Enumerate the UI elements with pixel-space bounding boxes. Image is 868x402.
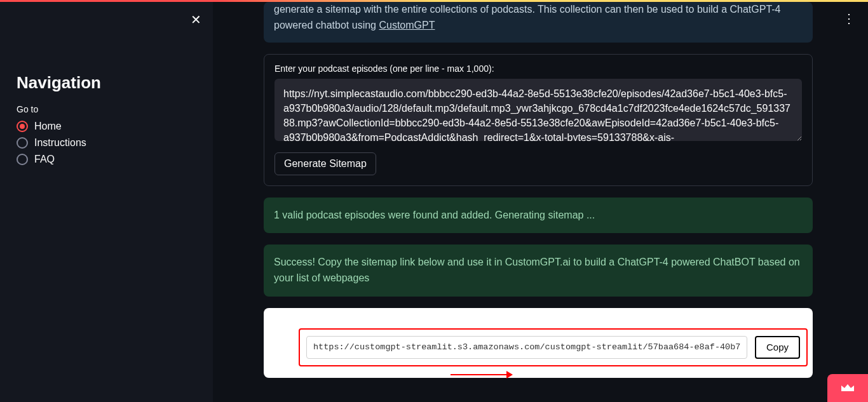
customgpt-link[interactable]: CustomGPT	[379, 20, 435, 30]
generate-sitemap-button[interactable]: Generate Sitemap	[275, 152, 376, 175]
form-card: Enter your podcast episodes (one per lin…	[264, 54, 813, 186]
radio-icon	[17, 154, 28, 165]
output-panel: Copy	[264, 308, 813, 378]
textarea-label: Enter your podcast episodes (one per lin…	[275, 64, 802, 74]
sidebar-item-label: FAQ	[34, 154, 55, 165]
info-banner: generate a sitemap with the entire colle…	[264, 2, 813, 43]
sitemap-url-input[interactable]	[306, 336, 747, 359]
crown-badge[interactable]	[827, 374, 868, 402]
crown-icon	[840, 382, 855, 394]
sitemap-url-frame: Copy	[299, 328, 808, 366]
nav-radio-group: Home Instructions FAQ	[17, 121, 200, 165]
goto-label: Go to	[17, 104, 200, 114]
sidebar: ✕ Navigation Go to Home Instructions FAQ	[0, 2, 213, 402]
main-area: ⋮ generate a sitemap with the entire col…	[213, 2, 868, 402]
app-top-accent-bar	[0, 0, 868, 2]
radio-icon	[17, 137, 28, 149]
info-text: generate a sitemap with the entire colle…	[274, 4, 781, 30]
sidebar-item-faq[interactable]: FAQ	[17, 154, 200, 165]
copy-button[interactable]: Copy	[755, 336, 800, 359]
sidebar-item-instructions[interactable]: Instructions	[17, 137, 200, 149]
sidebar-item-label: Home	[34, 121, 62, 132]
sidebar-item-home[interactable]: Home	[17, 121, 200, 132]
sidebar-title: Navigation	[17, 73, 200, 93]
radio-icon	[17, 121, 28, 132]
close-icon[interactable]: ✕	[191, 13, 201, 26]
sidebar-item-label: Instructions	[34, 137, 86, 149]
content-column: generate a sitemap with the entire colle…	[264, 2, 813, 378]
kebab-menu-icon[interactable]: ⋮	[843, 12, 855, 25]
podcast-urls-textarea[interactable]	[275, 79, 802, 141]
status-success: Success! Copy the sitemap link below and…	[264, 245, 813, 297]
status-found-episodes: 1 valid podcast episodes were found and …	[264, 198, 813, 234]
